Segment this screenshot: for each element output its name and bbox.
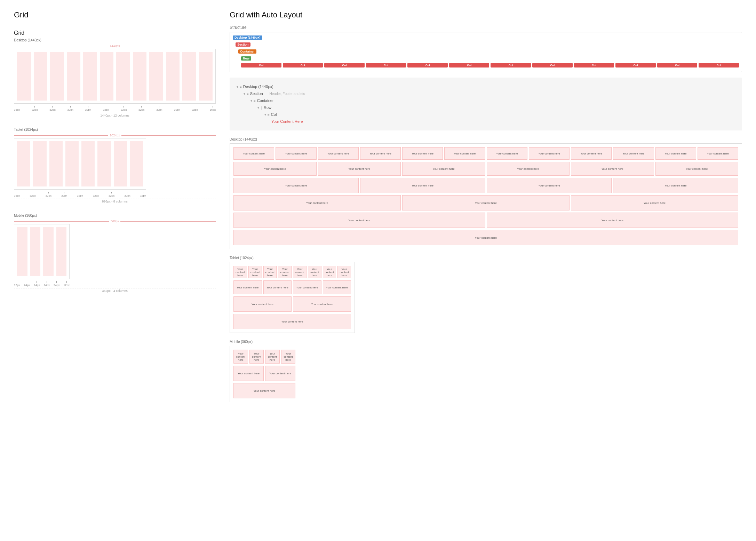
col-badge: Col (283, 63, 323, 67)
desktop-auto-label: Desktop (1440px) (230, 137, 742, 141)
desktop-auto-demo: Your content hereYour content hereYour c… (230, 143, 742, 249)
mobile-label: Mobile (360px) (14, 214, 216, 217)
content-cell: Your content here (308, 266, 321, 278)
desktop-col-stripe (166, 52, 180, 101)
desktop-dim-arrow: 1440px (14, 44, 216, 48)
tree-item-container: ▾ ≡ Container (237, 97, 735, 104)
meas-label: 32px (32, 106, 38, 111)
content-cell: Your content here (487, 147, 527, 160)
mobile-auto-demo: Your content hereYour content hereYour c… (230, 346, 299, 402)
auto-desktop-row-12: Your content hereYour content hereYour c… (233, 147, 738, 160)
tree-item-row: ▾ ∥ Row (237, 104, 735, 111)
content-cell: Your content here (233, 195, 401, 210)
tree-arrow-5: ▾ (264, 113, 266, 117)
auto-mobile-row-1: Your content here (233, 383, 295, 398)
auto-desktop-row-3: Your content hereYour content hereYour c… (233, 195, 738, 210)
auto-desktop-row-1: Your content here (233, 230, 738, 245)
tablet-col-stripe (17, 141, 30, 186)
tree-icon-3: ≡ (254, 99, 256, 103)
tablet-col-stripe (130, 141, 143, 186)
tree-label-container: Container (257, 98, 274, 103)
structure-col-row: ColColColColColColColColColColColCol (241, 63, 739, 67)
tablet-auto-section: Tablet (1024px) Your content hereYour co… (230, 256, 742, 333)
content-cell: Your content here (444, 147, 485, 160)
tablet-auto-grid: Your content hereYour content hereYour c… (233, 266, 351, 329)
grid-section-title: Grid (14, 30, 216, 36)
mobile-col-stripe (56, 227, 67, 276)
content-cell: Your content here (571, 162, 654, 176)
tablet-auto-demo: Your content hereYour content hereYour c… (230, 262, 355, 333)
content-cell: Your content here (233, 230, 738, 245)
meas-label: 32px (77, 192, 83, 197)
content-cell: Your content here (293, 266, 307, 278)
desktop-col-stripe (182, 52, 196, 101)
desktop-col-stripe (17, 52, 31, 101)
content-cell: Your content here (233, 366, 264, 381)
desktop-auto-section: Desktop (1440px) Your content hereYour c… (230, 137, 742, 249)
tree-arrow-1: ▾ (237, 85, 238, 89)
mobile-auto-section: Mobile (360px) Your content hereYour con… (230, 340, 742, 402)
col-badge: Col (407, 63, 448, 67)
content-cell: Your content here (337, 266, 351, 278)
content-cell: Your content here (265, 366, 295, 381)
meas-label: 32px (121, 106, 127, 111)
desktop-grid-columns (17, 52, 213, 101)
content-cell: Your content here (233, 280, 262, 294)
content-cell: Your content here (402, 195, 570, 210)
content-cell: Your content here (233, 296, 292, 312)
desktop-col-stripe (100, 52, 114, 101)
meas-label: 32px (103, 106, 109, 111)
desktop-cols-label: 1440px - 12 columns (14, 113, 216, 117)
content-cell: Your content here (248, 266, 262, 278)
mobile-cols-label: 352px - 4 columns (14, 288, 216, 293)
content-cell: Your content here (263, 280, 292, 294)
desktop-col-stripe (50, 52, 64, 101)
page: Grid Grid Desktop (1440px) 1440px 16px32… (0, 0, 756, 420)
mobile-col-stripe (30, 227, 41, 276)
meas-label: 32px (174, 106, 180, 111)
content-cell: Your content here (233, 350, 248, 364)
content-cell: Your content here (655, 162, 739, 176)
mobile-dim-arrow: 360px (14, 220, 216, 223)
meas-label: 16px (14, 192, 20, 197)
tablet-col-stripe (49, 141, 63, 186)
content-cell: Your content here (571, 195, 738, 210)
content-cell: Your content here (233, 213, 485, 228)
auto-desktop-row-2: Your content hereYour content here (233, 213, 738, 228)
desktop-label: Desktop (1440px) (14, 38, 216, 42)
right-panel: Grid with Auto Layout Structure Desktop … (230, 10, 742, 409)
desktop-grid-outer (14, 49, 216, 104)
content-cell: Your content here (613, 178, 738, 193)
col-badge: Col (324, 63, 365, 67)
mobile-auto-grid: Your content hereYour content hereYour c… (233, 350, 295, 398)
tree-arrow-2: ▾ (244, 92, 245, 96)
auto-desktop-row-4: Your content hereYour content hereYour c… (233, 178, 738, 193)
tree-label-content: Your Content Here (271, 119, 303, 124)
content-cell: Your content here (318, 162, 401, 176)
desktop-measurements: 16px32px32px32px32px32px32px32px32px32px… (14, 106, 216, 111)
mobile-width-label: 360px (111, 220, 119, 223)
meas-label: 32px (49, 106, 55, 111)
meas-label: 32px (93, 192, 99, 197)
mobile-auto-label: Mobile (360px) (230, 340, 742, 344)
meas-label: 32px (156, 106, 162, 111)
mobile-measurements: 12px24px24px24px24px12px (14, 281, 70, 287)
tree-item-desktop: ▾ ≡ Desktop (1440px) (237, 83, 735, 90)
mobile-grid-columns (17, 227, 66, 276)
desktop-col-stripe (199, 52, 213, 101)
tablet-measurements: 16px32px32px32px32px32px32px32px16px (14, 192, 146, 197)
content-cell: Your content here (402, 147, 443, 160)
tablet-col-stripe (65, 141, 79, 186)
content-cell: Your content here (360, 147, 401, 160)
desktop-col-stripe (133, 52, 147, 101)
col-badge: Col (491, 63, 531, 67)
content-cell: Your content here (233, 314, 351, 329)
meas-label: 16px (210, 106, 216, 111)
content-cell: Your content here (233, 147, 274, 160)
content-cell: Your content here (249, 350, 264, 364)
tablet-label: Tablet (1024px) (14, 128, 216, 132)
content-cell: Your content here (323, 280, 351, 294)
tree-icon-1: ≡ (240, 85, 242, 89)
desktop-col-stripe (83, 52, 97, 101)
tree-label-col: Col (271, 112, 277, 117)
